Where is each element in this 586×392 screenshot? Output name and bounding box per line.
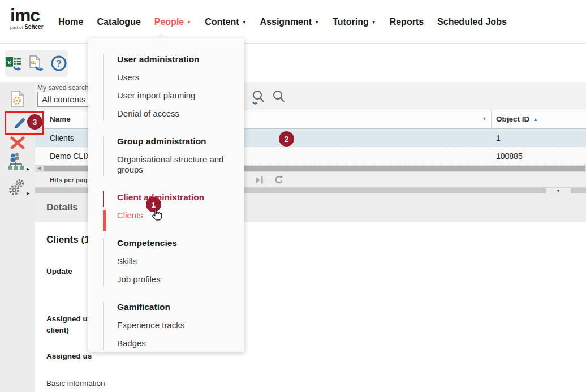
menu-group-header: Gamification	[117, 301, 230, 316]
nav-item-people[interactable]: People▼	[154, 17, 191, 27]
svg-text:?: ?	[56, 59, 62, 68]
cell-name: Clients	[50, 133, 74, 143]
column-header-object-id-label: Object ID	[496, 115, 529, 123]
org-structure-icon[interactable]	[8, 152, 25, 175]
nav-item-content-label: Content	[205, 17, 239, 27]
menu-item-denial-of-access[interactable]: Denial of access	[117, 105, 230, 123]
column-separator	[491, 110, 492, 129]
nav-item-catalogue[interactable]: Catalogue	[97, 17, 140, 27]
hits-per-page-label: Hits per page:	[50, 176, 93, 183]
top-navigation-bar: imc part of Scheer Home Catalogue People…	[0, 0, 586, 44]
nav-item-home[interactable]: Home	[58, 17, 83, 27]
menu-item-user-import-planning[interactable]: User import planning	[117, 87, 230, 105]
help-icon[interactable]: ?	[50, 54, 68, 72]
svg-text:a,: a,	[31, 58, 36, 65]
field-label-assigned-users-sub-client: Assigned us client)	[46, 313, 92, 336]
nav-item-scheduled-jobs[interactable]: Scheduled Jobs	[437, 17, 507, 27]
menu-group-competencies: Competencies Skills Job profiles	[103, 237, 230, 288]
reset-search-icon[interactable]	[252, 90, 265, 108]
excel-export-icon[interactable]: x	[5, 54, 23, 72]
sort-ascending-icon: ▲	[533, 117, 538, 122]
caret-down-icon: ▼	[242, 20, 247, 25]
search-icons	[252, 90, 286, 108]
menu-item-users[interactable]: Users	[117, 68, 230, 87]
details-heading: Details	[46, 202, 78, 213]
field-label-basic-information: Basic information	[46, 379, 105, 387]
saved-search-label: My saved search	[37, 84, 89, 92]
menu-item-clients[interactable]: Clients	[117, 206, 230, 225]
menu-item-organisational-structure-and-groups[interactable]: Organisational structure and groups	[117, 150, 230, 179]
scroll-left-arrow-icon[interactable]: ◀	[37, 166, 41, 171]
menu-item-badges[interactable]: Badges	[117, 334, 230, 352]
nav-item-reports[interactable]: Reports	[390, 17, 424, 27]
menu-group-header: Group administration	[117, 135, 230, 150]
dropdown-notch	[155, 33, 166, 38]
annotation-step-3-badge: 3	[27, 114, 42, 130]
cell-name: Demo CLIX	[50, 152, 91, 161]
column-header-name[interactable]: Name	[50, 115, 71, 123]
org-structure-submenu-arrow-icon[interactable]: ▶	[27, 167, 29, 171]
saved-search-document-icon[interactable]	[10, 90, 25, 110]
nav-item-assignment-label: Assignment	[260, 17, 312, 27]
column-filter-icon[interactable]: ▼	[482, 116, 487, 122]
menu-group-header: User administration	[117, 53, 230, 68]
nav-item-content[interactable]: Content▼	[205, 17, 246, 27]
active-item-indicator-bar	[103, 210, 106, 231]
menu-group-gamification: Gamification Experience tracks Badges	[103, 301, 230, 352]
imc-logo[interactable]: imc part of Scheer	[10, 7, 44, 30]
logo-subtext: part of Scheer	[10, 24, 44, 30]
text-export-icon[interactable]: a,	[27, 54, 45, 72]
nav-menu: Home Catalogue People▼ Content▼ Assignme…	[58, 0, 507, 44]
caret-down-icon: ▼	[372, 20, 376, 25]
delete-x-icon[interactable]	[10, 136, 25, 152]
menu-group-user-administration: User administration Users User import pl…	[103, 53, 230, 123]
field-label-assigned-users: Assigned us	[46, 352, 92, 360]
logo-subtext-bold: Scheer	[24, 24, 43, 30]
refresh-icon[interactable]	[274, 175, 283, 186]
pagination-controls	[256, 175, 283, 186]
field-label-update: Update	[46, 267, 72, 275]
nav-item-tutoring-label: Tutoring	[333, 17, 369, 27]
annotation-step-2-badge: 2	[279, 131, 294, 147]
settings-submenu-arrow-icon[interactable]: ▶	[27, 191, 29, 196]
menu-group-group-administration: Group administration Organisational stru…	[103, 135, 230, 179]
cell-object-id: 1	[496, 133, 501, 143]
logo-subtext-light: part of	[10, 25, 23, 30]
menu-item-experience-tracks[interactable]: Experience tracks	[117, 316, 230, 334]
caret-down-icon: ▼	[314, 20, 319, 25]
search-icon[interactable]	[272, 90, 286, 108]
export-toolbar: x a, ?	[5, 50, 68, 77]
last-page-icon[interactable]	[256, 176, 264, 186]
settings-gears-icon[interactable]	[8, 178, 26, 199]
collapse-panel-icon[interactable]: ▼	[546, 188, 571, 193]
nav-item-assignment[interactable]: Assignment▼	[260, 17, 320, 27]
nav-item-people-label: People	[154, 17, 184, 27]
cell-object-id: 100885	[496, 152, 523, 161]
column-header-object-id[interactable]: Object ID▲	[496, 115, 538, 123]
hand-cursor-icon	[150, 207, 164, 224]
menu-item-job-profiles[interactable]: Job profiles	[117, 270, 230, 288]
pagination-divider	[269, 177, 269, 185]
caret-down-icon: ▼	[187, 20, 191, 25]
menu-group-client-administration: Client administration Clients	[103, 191, 230, 225]
people-dropdown-menu: User administration Users User import pl…	[88, 38, 244, 352]
svg-text:x: x	[7, 59, 11, 66]
details-panel-title: Clients (1	[46, 234, 90, 245]
menu-group-header: Client administration	[117, 191, 230, 206]
menu-item-skills[interactable]: Skills	[117, 252, 230, 270]
field-label-line1: Assigned us	[46, 315, 92, 323]
edit-pencil-icon[interactable]	[11, 114, 28, 133]
content-filter-value: All contents	[42, 94, 86, 104]
menu-group-header: Competencies	[117, 237, 230, 252]
field-label-line2: client)	[46, 326, 69, 334]
nav-item-tutoring[interactable]: Tutoring▼	[333, 17, 376, 27]
logo-text: imc	[10, 7, 44, 24]
